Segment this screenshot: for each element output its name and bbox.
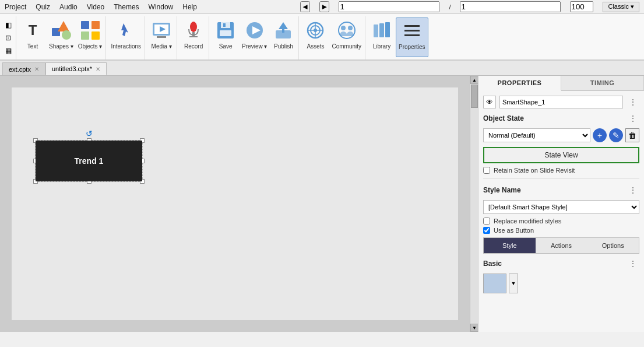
state-dropdown-row: Normal (Default) Hover Down Visited + ✎ … (483, 128, 639, 142)
objects-label: Objects ▾ (78, 43, 103, 50)
menu-audio[interactable]: Audio (59, 3, 78, 11)
sub-tabs-row: Style Actions Options (483, 237, 639, 254)
color-swatch-row: ▼ (483, 274, 639, 293)
svg-rect-31 (374, 24, 378, 37)
ribbon-preview-btn[interactable]: Preview ▾ (240, 17, 269, 57)
svg-point-11 (190, 22, 197, 32)
ribbon-btn-small-3[interactable]: ▦ (3, 45, 13, 57)
object-name-input[interactable] (499, 96, 623, 108)
sub-tab-style[interactable]: Style (484, 238, 536, 253)
sub-tab-options[interactable]: Options (587, 238, 639, 253)
object-state-menu[interactable]: ⋮ (627, 112, 639, 125)
basic-title: Basic (483, 260, 502, 268)
ribbon-save-btn[interactable]: Save (212, 17, 240, 57)
svg-rect-4 (92, 21, 100, 29)
zoom-input[interactable] (570, 1, 593, 12)
classic-button[interactable]: Classic ▾ (603, 2, 639, 12)
icon-small-1: ◧ (5, 21, 12, 29)
retain-state-checkbox[interactable] (483, 167, 490, 174)
library-label: Library (373, 43, 391, 50)
object-name-row: 👁 ⋮ (483, 96, 639, 108)
tab-untitled-close[interactable]: ✕ (96, 66, 100, 72)
ribbon-library-btn[interactable]: Library (368, 17, 396, 57)
ribbon-shapes-btn[interactable]: Shapes ▾ (47, 17, 76, 57)
ribbon-community-btn[interactable]: Community (329, 17, 364, 57)
svg-rect-13 (189, 36, 198, 37)
menu-quiz[interactable]: Quiz (36, 3, 50, 11)
ribbon-interactions-btn[interactable]: Interactions (108, 17, 143, 57)
page-number-input[interactable] (339, 1, 439, 12)
media-label: Media ▾ (152, 43, 172, 50)
ribbon-publish-btn[interactable]: Publish (269, 17, 297, 57)
panel-tab-properties[interactable]: PROPERTIES (478, 76, 561, 91)
ribbon-media-btn[interactable]: Media ▾ (147, 17, 175, 57)
use-as-button-checkbox[interactable] (483, 227, 490, 234)
shapes-icon (50, 19, 73, 42)
publish-icon (272, 19, 295, 42)
visibility-toggle[interactable]: 👁 (483, 96, 496, 108)
delete-state-btn[interactable]: 🗑 (625, 128, 639, 142)
icon-small-3: ▦ (5, 47, 12, 55)
object-menu-btn[interactable]: ⋮ (627, 96, 639, 108)
media-icon (150, 19, 173, 42)
scroll-down-btn[interactable]: ▼ (470, 324, 478, 332)
replace-modified-checkbox[interactable] (483, 218, 490, 225)
nav-prev-btn[interactable]: ◄ (300, 1, 310, 12)
tab-ext[interactable]: ext.cptx ✕ (2, 62, 45, 75)
tab-untitled[interactable]: untitled3.cptx* ✕ (45, 62, 107, 75)
tab-untitled-label: untitled3.cptx* (52, 65, 92, 72)
style-name-select[interactable]: [Default Smart Shape Style] (483, 200, 639, 214)
scroll-track[interactable] (470, 84, 478, 324)
basic-menu-btn[interactable]: ⋮ (627, 257, 639, 270)
nav-next-btn[interactable]: ► (319, 1, 329, 12)
publish-label: Publish (274, 43, 293, 50)
svg-marker-1 (58, 21, 69, 31)
menu-project[interactable]: Project (5, 3, 26, 11)
canvas-area[interactable]: ↺ Trend 1 (0, 76, 470, 332)
panel-tabs: PROPERTIES TIMING (478, 76, 644, 91)
ribbon-assets-btn[interactable]: Assets (301, 17, 329, 57)
panel-content: 👁 ⋮ Object State ⋮ Normal (Default) Hove… (478, 91, 644, 332)
ribbon-text-btn[interactable]: T Text (19, 17, 47, 57)
properties-label: Properties (399, 44, 425, 51)
assets-icon (304, 19, 327, 42)
style-name-menu[interactable]: ⋮ (627, 184, 639, 197)
menu-themes[interactable]: Themes (114, 3, 139, 11)
replace-modified-row: Replace modified styles (483, 218, 639, 225)
interactions-icon (114, 19, 138, 42)
state-select[interactable]: Normal (Default) Hover Down Visited (483, 128, 590, 142)
ribbon-properties-btn[interactable]: Properties (396, 17, 428, 57)
panel-tab-timing[interactable]: TIMING (561, 76, 644, 90)
svg-rect-32 (379, 23, 384, 37)
state-view-button[interactable]: State View (483, 147, 639, 163)
svg-rect-35 (404, 30, 420, 31)
ribbon-objects-btn[interactable]: Objects ▾ (76, 17, 105, 57)
ribbon-btn-small-1[interactable]: ◧ (3, 19, 13, 31)
svg-rect-3 (81, 21, 89, 29)
objects-icon (79, 19, 102, 42)
svg-rect-34 (404, 25, 420, 27)
selected-shape-container[interactable]: ↺ Trend 1 (35, 140, 143, 182)
page-total-input[interactable] (460, 1, 561, 12)
ribbon-record-btn[interactable]: Record (180, 17, 207, 57)
sub-tab-actions[interactable]: Actions (536, 238, 587, 253)
svg-point-30 (348, 26, 353, 30)
add-state-btn[interactable]: + (593, 128, 607, 142)
rotate-handle[interactable]: ↺ (85, 129, 94, 138)
slide-canvas: ↺ Trend 1 (12, 87, 458, 320)
scroll-up-btn[interactable]: ▲ (470, 76, 478, 84)
scroll-thumb[interactable] (471, 85, 478, 108)
ribbon-btn-small-2[interactable]: ⊡ (3, 32, 13, 44)
menu-window[interactable]: Window (149, 3, 174, 11)
tab-bar: ext.cptx ✕ untitled3.cptx* ✕ (0, 61, 644, 76)
replace-modified-label: Replace modified styles (494, 218, 561, 225)
menu-video[interactable]: Video (87, 3, 104, 11)
tab-ext-close[interactable]: ✕ (34, 66, 39, 72)
edit-state-btn[interactable]: ✎ (609, 128, 623, 142)
menu-help[interactable]: Help (182, 3, 197, 11)
fill-color-arrow[interactable]: ▼ (509, 274, 518, 293)
fill-color-swatch[interactable] (483, 274, 506, 293)
svg-rect-36 (404, 34, 420, 36)
preview-label: Preview ▾ (242, 43, 267, 50)
assets-label: Assets (307, 43, 324, 50)
